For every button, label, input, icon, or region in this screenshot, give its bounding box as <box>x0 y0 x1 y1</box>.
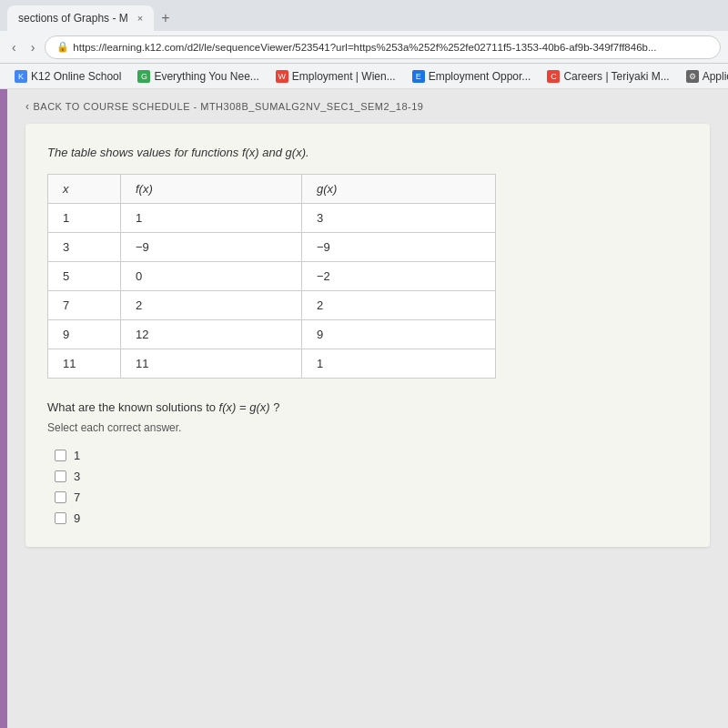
checkbox-7[interactable] <box>55 491 66 503</box>
table-cell: 1 <box>121 204 302 233</box>
url-text: https://learning.k12.com/d2l/le/sequence… <box>73 42 656 53</box>
url-bar[interactable]: 🔒 https://learning.k12.com/d2l/le/sequen… <box>45 35 721 59</box>
favicon-k12: K <box>15 70 27 83</box>
favicon-opp: E <box>412 70 425 83</box>
tab-title: sections of Graphs - M <box>18 12 128 25</box>
bookmark-opp-label: Employment Oppor... <box>429 70 531 83</box>
favicon-careers: C <box>547 70 560 83</box>
table-row: 722 <box>48 291 496 320</box>
option-9-label: 9 <box>74 511 80 525</box>
browser-chrome: sections of Graphs - M × + ‹ › 🔒 https:/… <box>0 0 728 89</box>
tab-bar: sections of Graphs - M × + <box>0 0 728 31</box>
forward-button[interactable]: › <box>26 38 40 56</box>
option-3[interactable]: 3 <box>55 470 688 483</box>
checkbox-9[interactable] <box>55 512 66 524</box>
col-header-gx: g(x) <box>301 175 495 204</box>
bookmark-k12[interactable]: K K12 Online School <box>7 68 128 85</box>
table-cell: 7 <box>48 291 121 320</box>
option-7-label: 7 <box>74 490 80 504</box>
checkbox-1[interactable] <box>55 450 66 461</box>
data-table: x f(x) g(x) 1133−9−950−2722912911111 <box>47 174 496 379</box>
back-arrow-icon: ‹ <box>25 100 30 113</box>
table-row: 113 <box>48 204 496 233</box>
table-cell: −2 <box>301 262 495 291</box>
page-content: ‹ BACK TO COURSE SCHEDULE - MTH308B_SUMA… <box>0 89 728 728</box>
question-text: What are the known solutions to f(x) = g… <box>47 400 688 414</box>
table-cell: 2 <box>301 291 495 320</box>
left-accent-bar <box>0 89 7 728</box>
problem-text: The table shows values for functions f(x… <box>47 146 688 159</box>
bookmarks-bar: K K12 Online School G Everything You Nee… <box>0 64 728 89</box>
table-row: 50−2 <box>48 262 496 291</box>
table-cell: 5 <box>48 262 121 291</box>
new-tab-button[interactable]: + <box>154 6 177 30</box>
bookmark-everything[interactable]: G Everything You Nee... <box>130 68 266 85</box>
table-cell: 3 <box>301 204 495 233</box>
active-tab[interactable]: sections of Graphs - M × <box>7 5 154 31</box>
table-cell: −9 <box>121 233 302 262</box>
table-cell: 12 <box>121 320 302 349</box>
bookmark-everything-label: Everything You Nee... <box>154 70 258 83</box>
bookmark-employment-wien[interactable]: W Employment | Wien... <box>268 68 403 85</box>
option-1-label: 1 <box>74 449 80 462</box>
table-cell: 11 <box>121 349 302 379</box>
col-header-x: x <box>48 175 121 204</box>
col-header-fx: f(x) <box>121 175 302 204</box>
option-7[interactable]: 7 <box>55 490 688 504</box>
table-cell: −9 <box>301 233 495 262</box>
bookmark-careers[interactable]: C Careers | Teriyaki M... <box>540 68 676 85</box>
content-card: The table shows values for functions f(x… <box>25 124 710 547</box>
table-cell: 9 <box>301 320 495 349</box>
bookmark-careers-label: Careers | Teriyaki M... <box>563 70 669 83</box>
table-row: 3−9−9 <box>48 233 496 262</box>
favicon-everything: G <box>137 70 150 83</box>
table-cell: 0 <box>121 262 302 291</box>
table-cell: 9 <box>48 320 121 349</box>
bookmark-wien-label: Employment | Wien... <box>292 70 396 83</box>
table-cell: 1 <box>301 349 495 379</box>
back-nav[interactable]: ‹ BACK TO COURSE SCHEDULE - MTH308B_SUMA… <box>7 89 728 124</box>
back-nav-text: BACK TO COURSE SCHEDULE - MTH308B_SUMALG… <box>34 101 424 112</box>
instruction-text: Select each correct answer. <box>47 421 688 434</box>
answer-options: 1 3 7 9 <box>55 449 688 525</box>
bookmark-k12-label: K12 Online School <box>31 70 121 83</box>
table-row: 9129 <box>48 320 496 349</box>
checkbox-3[interactable] <box>55 470 66 482</box>
option-3-label: 3 <box>74 470 80 483</box>
table-cell: 1 <box>48 204 121 233</box>
table-cell: 11 <box>48 349 121 379</box>
table-cell: 3 <box>48 233 121 262</box>
bookmark-employment-opp[interactable]: E Employment Oppor... <box>405 68 539 85</box>
favicon-app: ⚙ <box>686 70 699 83</box>
table-cell: 2 <box>121 291 302 320</box>
bookmark-application[interactable]: ⚙ Application <box>679 68 728 85</box>
main-area: ‹ BACK TO COURSE SCHEDULE - MTH308B_SUMA… <box>7 89 728 728</box>
tab-close-button[interactable]: × <box>137 13 143 24</box>
back-button[interactable]: ‹ <box>7 38 21 56</box>
option-9[interactable]: 9 <box>55 511 688 525</box>
favicon-wien: W <box>276 70 288 83</box>
table-row: 11111 <box>48 349 496 379</box>
option-1[interactable]: 1 <box>55 449 688 462</box>
lock-icon: 🔒 <box>56 41 69 53</box>
address-bar: ‹ › 🔒 https://learning.k12.com/d2l/le/se… <box>0 31 728 64</box>
bookmark-app-label: Application <box>703 70 728 83</box>
